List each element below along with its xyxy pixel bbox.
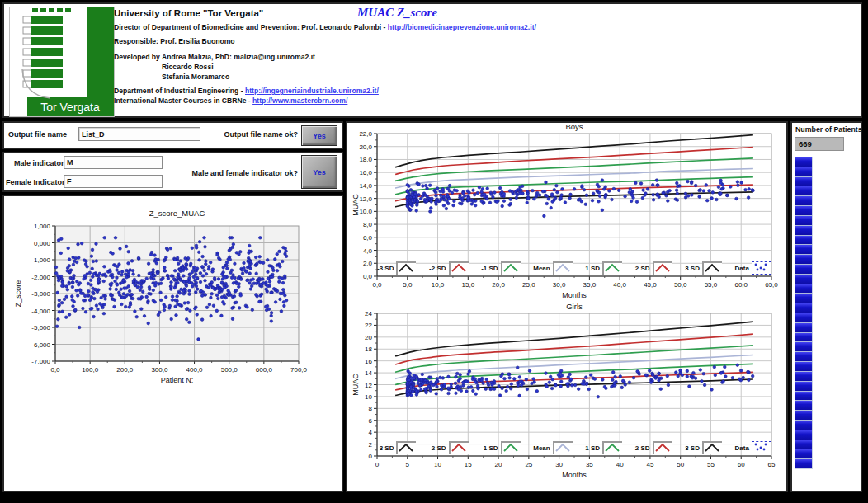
svg-text:6,0: 6,0: [363, 234, 373, 242]
logo-text: Tor Vergata: [40, 101, 100, 114]
svg-text:10: 10: [434, 461, 441, 468]
header-info-line: International Master Courses in CBRNe - …: [114, 96, 576, 106]
header-link[interactable]: http://ingegneriaindustriale.uniroma2.it…: [245, 87, 379, 95]
patients-count: 669: [795, 137, 844, 151]
header-info-text: Director of Department of Biomedicine an…: [114, 23, 388, 31]
svg-text:-7,000: -7,000: [31, 358, 50, 365]
svg-text:12: 12: [365, 382, 372, 389]
legend-item--2-sd[interactable]: -2 SD: [429, 261, 468, 275]
male-indicator-input[interactable]: [64, 156, 163, 169]
female-indicator-input[interactable]: [64, 175, 163, 188]
legend-label: 1 SD: [585, 444, 600, 452]
svg-text:14: 14: [365, 369, 372, 377]
header-info-lines: Director of Department of Biomedicine an…: [114, 22, 576, 106]
svg-text:18: 18: [365, 346, 372, 353]
male-indicator-label: Male indicator: [14, 159, 64, 167]
legend-item-3-sd[interactable]: 3 SD: [685, 441, 722, 454]
legend-item-mean[interactable]: Mean: [533, 261, 572, 275]
legend-label: -3 SD: [377, 265, 394, 272]
svg-text:0: 0: [375, 461, 380, 468]
legend-line-icon: [702, 261, 722, 275]
legend-item--2-sd[interactable]: -2 SD: [429, 441, 468, 454]
patients-bar-segment: [795, 294, 812, 303]
svg-text:40: 40: [616, 461, 624, 468]
output-file-input[interactable]: [78, 127, 200, 141]
legend-line-icon: [602, 441, 622, 454]
header-info-line: Developed by Andrea Malizia, PhD: malizi…: [114, 52, 576, 62]
legend-item-data[interactable]: Data: [735, 261, 771, 275]
legend-line-icon: [553, 261, 573, 275]
legend-item--1-sd[interactable]: -1 SD: [481, 441, 520, 454]
svg-text:600,0: 600,0: [256, 366, 273, 374]
svg-text:400,0: 400,0: [186, 366, 204, 374]
patients-bar-segment: [795, 236, 812, 246]
legend-line-icon: [396, 441, 416, 454]
patients-bar-segment: [795, 157, 812, 167]
legend-item-data[interactable]: Data: [735, 441, 771, 454]
svg-text:-3,000: -3,000: [31, 290, 50, 298]
legend-item-2-sd[interactable]: 2 SD: [635, 441, 672, 454]
header-panel: Tor Vergata University of Rome "Tor Verg…: [2, 2, 862, 118]
svg-text:15: 15: [465, 461, 472, 468]
legend-item--3-sd[interactable]: -3 SD: [377, 261, 416, 275]
legend-label: Mean: [533, 265, 550, 272]
svg-text:Months: Months: [562, 291, 587, 299]
header-link[interactable]: http://www.mastercbrn.com/: [252, 96, 347, 105]
legend-line-icon: [449, 261, 469, 275]
university-name: University of Rome "Tor Vergata": [114, 8, 263, 18]
svg-text:16: 16: [365, 358, 372, 365]
svg-text:22,0: 22,0: [359, 130, 372, 138]
patients-bar-segment: [795, 411, 812, 421]
patients-bar-segment: [795, 284, 812, 294]
indicator-section: Male indicator Female Indicator Male and…: [2, 152, 343, 192]
svg-text:Patient N:: Patient N:: [161, 376, 194, 384]
patients-bar-segment: [795, 323, 812, 333]
patients-bar-segment: [795, 382, 812, 392]
patients-bar-segment: [795, 303, 812, 313]
svg-text:10,0: 10,0: [432, 281, 445, 289]
growth-charts-panel: 0,05,010,015,020,025,030,035,040,045,050…: [346, 121, 788, 492]
zscore-chart: 0,0100,0200,0300,0400,0500,0600,0700,0-7…: [4, 196, 342, 407]
svg-text:50: 50: [677, 461, 684, 468]
legend-label: Data: [735, 265, 749, 272]
svg-text:0,000: 0,000: [34, 240, 51, 247]
output-file-yes-button[interactable]: Yes: [301, 125, 337, 146]
legend-item-2-sd[interactable]: 2 SD: [635, 261, 672, 275]
svg-text:700,0: 700,0: [290, 366, 308, 374]
svg-text:4,0: 4,0: [363, 247, 373, 255]
svg-text:16,0: 16,0: [359, 169, 372, 176]
patients-panel: Number of Patients 669: [790, 121, 862, 492]
svg-text:45,0: 45,0: [644, 281, 657, 289]
zscore-plot: 0,0100,0200,0300,0400,0500,0600,0700,0-7…: [4, 196, 342, 402]
svg-text:0,0: 0,0: [363, 273, 373, 280]
legend-item--1-sd[interactable]: -1 SD: [481, 261, 520, 275]
legend-line-icon: [553, 441, 573, 454]
legend-line-icon: [501, 441, 521, 454]
patients-bar-segment: [795, 206, 812, 216]
svg-text:1,000: 1,000: [34, 223, 51, 230]
legend-item-3-sd[interactable]: 3 SD: [685, 261, 722, 275]
legend-item--3-sd[interactable]: -3 SD: [377, 441, 416, 454]
patients-bar-segment: [795, 440, 812, 450]
svg-text:55: 55: [707, 461, 715, 468]
patients-bar-segment: [795, 167, 812, 177]
header-info-line: Riccardo Rossi: [114, 62, 576, 72]
patients-bar-segment: [795, 401, 812, 411]
female-indicator-label: Female Indicator: [6, 178, 65, 186]
patients-bar-segment: [795, 186, 812, 196]
mf-yes-button[interactable]: Yes: [301, 155, 337, 189]
svg-text:100,0: 100,0: [82, 366, 99, 374]
header-info-text: International Master Courses in CBRNe -: [114, 96, 252, 105]
legend-item-1-sd[interactable]: 1 SD: [585, 441, 622, 454]
svg-text:14,0: 14,0: [359, 182, 372, 190]
legend-item-1-sd[interactable]: 1 SD: [585, 261, 622, 275]
svg-text:15,0: 15,0: [462, 281, 475, 289]
patients-bar-segment: [795, 226, 812, 236]
svg-text:Months: Months: [562, 471, 587, 479]
legend-item-mean[interactable]: Mean: [533, 441, 572, 454]
patients-bar-segment: [795, 352, 812, 362]
svg-text:8,0: 8,0: [363, 221, 373, 228]
svg-text:2: 2: [369, 441, 373, 449]
legend-line-icon: [653, 441, 672, 454]
header-link[interactable]: http://biomedicinaeprevenzione.uniroma2.…: [388, 23, 536, 31]
